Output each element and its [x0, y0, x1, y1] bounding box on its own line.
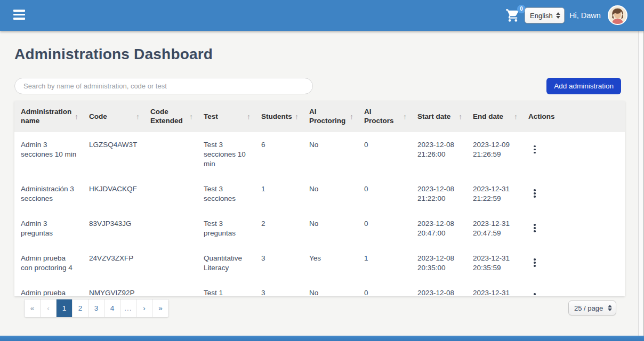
administrations-table: Administration name↑ Code↑ Code Extended…: [14, 101, 625, 296]
table-row: Admin prueba con proctoring 4 24VZV3ZXFP…: [14, 246, 625, 280]
cell-students: 3: [255, 280, 303, 296]
cell-test: Test 3 secciones 10 min: [197, 132, 255, 176]
cell-test: Quantitative Literacy: [197, 246, 255, 280]
pagination: « ‹ 1 2 3 4 ... › »: [24, 299, 169, 318]
table-header-row: Administration name↑ Code↑ Code Extended…: [14, 101, 625, 132]
cell-ai-proctors: 0: [358, 211, 411, 246]
cell-start-date: 2023-12-08 21:26:00: [411, 132, 466, 176]
user-greeting: Hi, Dawn: [569, 11, 601, 20]
cell-code: NMYGVIZ92P: [83, 280, 144, 296]
cell-test: Test 1 pregunta: [197, 280, 255, 296]
language-select[interactable]: English: [525, 7, 565, 23]
pagination-next-button[interactable]: ›: [136, 299, 152, 317]
page-size-select[interactable]: 25 / page: [568, 301, 616, 315]
cell-students: 6: [255, 132, 303, 176]
cell-ai-proctoring: No: [303, 176, 358, 211]
column-header-start-date[interactable]: Start date↑: [411, 101, 466, 132]
cell-start-date: 2023-12-08 20:35:00: [411, 246, 466, 280]
pagination-ellipsis[interactable]: ...: [120, 299, 136, 317]
pagination-last-button[interactable]: »: [152, 299, 168, 317]
column-header-end-date[interactable]: End date↑: [466, 101, 522, 132]
add-administration-button[interactable]: Add administration: [546, 78, 621, 94]
cell-students: 2: [255, 211, 303, 246]
pagination-prev-button[interactable]: ‹: [41, 299, 57, 317]
page-title: Administrations Dashboard: [14, 46, 213, 63]
column-header-actions: Actions: [522, 101, 625, 132]
cell-code: HKJDVACKQF: [83, 176, 144, 211]
shopping-cart-button[interactable]: 0: [505, 8, 524, 25]
column-header-test[interactable]: Test↑: [197, 101, 255, 132]
cell-ai-proctors: 1: [358, 246, 411, 280]
cell-ai-proctors: 0: [358, 176, 411, 211]
pagination-page-1[interactable]: 1: [57, 299, 73, 317]
table-row: Admin 3 preguntas 83VJP343JG Test 3 preg…: [14, 211, 625, 246]
language-select-value: English: [530, 12, 553, 20]
column-header-code[interactable]: Code↑: [83, 101, 144, 132]
cell-end-date: 2023-12-31 21:22:59: [466, 176, 522, 211]
cell-code-extended: [144, 176, 197, 211]
sort-arrow-icon[interactable]: ↑: [401, 112, 407, 121]
sort-arrow-icon[interactable]: ↑: [456, 112, 462, 121]
user-avatar[interactable]: [608, 5, 627, 25]
cell-ai-proctoring: No: [303, 280, 358, 296]
cell-ai-proctors: 0: [358, 132, 411, 176]
footer-bar: [0, 336, 644, 341]
table-row: Administración 3 secciones HKJDVACKQF Te…: [14, 176, 625, 211]
pagination-page-2[interactable]: 2: [73, 299, 88, 317]
sort-arrow-icon[interactable]: ↑: [293, 112, 299, 121]
cell-end-date: 2023-12-31 20:35:59: [466, 246, 522, 280]
cell-ai-proctoring: Yes: [303, 246, 358, 280]
table-row: Admin prueba NMYGVIZ92P Test 1 pregunta …: [14, 280, 625, 296]
cell-code: 24VZV3ZXFP: [83, 246, 144, 280]
cell-start-date: 2023-12-08 21:22:00: [411, 176, 466, 211]
table-row: Admin 3 secciones 10 min LGZSQ4AW3T Test…: [14, 132, 625, 176]
search-input[interactable]: [14, 78, 313, 94]
cell-students: 3: [255, 246, 303, 280]
cell-administration-name: Administración 3 secciones: [14, 176, 83, 211]
cell-test: Test 3 secciones: [197, 176, 255, 211]
row-actions-menu-icon[interactable]: [528, 221, 541, 236]
sort-arrow-icon[interactable]: ↑: [73, 112, 78, 121]
sort-arrow-icon[interactable]: ↑: [245, 112, 251, 121]
cell-code-extended: [144, 280, 197, 296]
row-actions-menu-icon[interactable]: [528, 186, 541, 201]
pagination-page-3[interactable]: 3: [88, 299, 104, 317]
cell-administration-name: Admin prueba con proctoring 4: [14, 246, 83, 280]
cell-code: 83VJP343JG: [83, 211, 144, 246]
page-size-value: 25 / page: [574, 304, 603, 312]
column-header-students[interactable]: Students↑: [255, 101, 303, 132]
row-actions-menu-icon[interactable]: [528, 290, 541, 296]
top-navigation-bar: 0 English Hi, Dawn: [0, 0, 644, 31]
pagination-page-4[interactable]: 4: [104, 299, 120, 317]
cell-end-date: 2023-12-31 13:58:59: [466, 280, 522, 296]
cell-test: Test 3 preguntas: [197, 211, 255, 246]
cell-start-date: 2023-12-08 13:58:00: [411, 280, 466, 296]
cell-end-date: 2023-12-31 20:47:59: [466, 211, 522, 246]
administrations-table-card: Administration name↑ Code↑ Code Extended…: [14, 101, 625, 296]
column-header-ai-proctoring[interactable]: AI Proctoring↑: [303, 101, 358, 132]
select-arrows-icon: [556, 12, 560, 19]
cell-code-extended: [144, 132, 197, 176]
column-header-administration-name[interactable]: Administration name↑: [14, 101, 83, 132]
select-arrows-icon: [608, 305, 612, 311]
cell-administration-name: Admin 3 preguntas: [14, 211, 83, 246]
cell-students: 1: [255, 176, 303, 211]
row-actions-menu-icon[interactable]: [528, 142, 541, 157]
sort-arrow-icon[interactable]: ↑: [512, 112, 518, 121]
sort-arrow-icon[interactable]: ↑: [134, 112, 140, 121]
cell-ai-proctors: 0: [358, 280, 411, 296]
cell-ai-proctoring: No: [303, 211, 358, 246]
sort-arrow-icon[interactable]: ↑: [187, 112, 193, 121]
cell-administration-name: Admin 3 secciones 10 min: [14, 132, 83, 176]
row-actions-menu-icon[interactable]: [528, 255, 541, 270]
column-header-ai-proctors[interactable]: AI Proctors↑: [358, 101, 411, 132]
avatar-illustration: [609, 6, 626, 24]
cell-code-extended: [144, 246, 197, 280]
cell-administration-name: Admin prueba: [14, 280, 83, 296]
cell-code-extended: [144, 211, 197, 246]
pagination-first-button[interactable]: «: [25, 299, 41, 317]
column-header-code-extended[interactable]: Code Extended↑: [144, 101, 197, 132]
sort-arrow-icon[interactable]: ↑: [348, 112, 353, 121]
menu-hamburger-icon[interactable]: [13, 10, 25, 21]
vertical-scrollbar[interactable]: [638, 31, 644, 336]
